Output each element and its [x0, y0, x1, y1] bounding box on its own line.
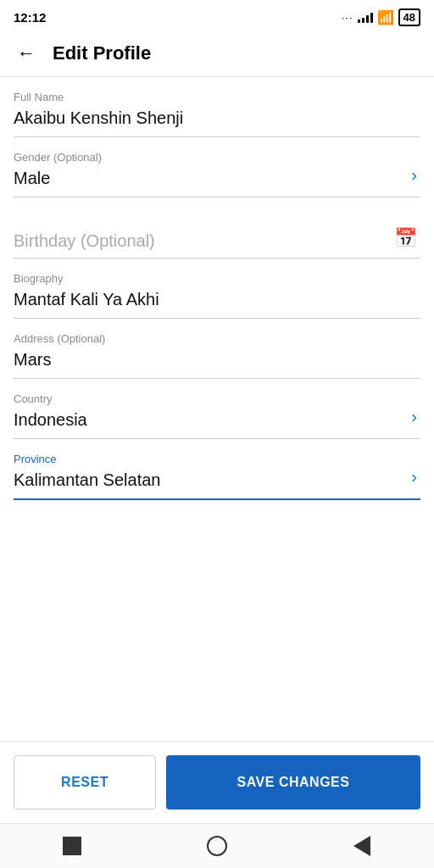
country-arrow-icon: › — [411, 407, 417, 426]
page-title: Edit Profile — [53, 42, 151, 64]
status-bar: 12:12 ··· 📶 48 — [0, 0, 434, 31]
birthday-field[interactable]: Birthday (Optional) 📅 — [14, 218, 420, 259]
spacer-2 — [14, 500, 420, 520]
calendar-icon[interactable]: 📅 — [394, 227, 417, 249]
app-bar: ← Edit Profile — [0, 31, 434, 77]
gender-value[interactable]: Male — [14, 167, 420, 190]
biography-field: Biography Mantaf Kali Ya Akhi — [14, 259, 420, 319]
province-field[interactable]: Province Kalimantan Selatan › — [14, 439, 420, 500]
country-field[interactable]: Country Indonesia › — [14, 379, 420, 439]
nav-recents-button[interactable] — [60, 834, 84, 858]
bottom-actions: RESET SAVE CHANGES — [0, 741, 434, 823]
home-icon — [207, 836, 227, 856]
back-button[interactable]: ← — [14, 39, 39, 68]
reset-button[interactable]: RESET — [14, 755, 156, 810]
nav-home-button[interactable] — [205, 834, 229, 858]
full-name-value[interactable]: Akaibu Kenshin Shenji — [14, 107, 420, 130]
biography-value[interactable]: Mantaf Kali Ya Akhi — [14, 288, 420, 311]
province-arrow-icon: › — [411, 467, 417, 487]
gender-arrow-icon: › — [411, 165, 417, 185]
province-value[interactable]: Kalimantan Selatan — [14, 469, 420, 492]
full-name-field: Full Name Akaibu Kenshin Shenji — [14, 77, 420, 137]
gender-label: Gender (Optional) — [14, 151, 420, 164]
wifi-icon: 📶 — [377, 9, 394, 25]
address-field: Address (Optional) Mars — [14, 319, 420, 379]
address-value[interactable]: Mars — [14, 348, 420, 371]
address-label: Address (Optional) — [14, 332, 420, 345]
spacer-1 — [14, 198, 420, 218]
back-icon — [353, 836, 370, 856]
dots-icon: ··· — [342, 11, 353, 24]
nav-back-button[interactable] — [350, 834, 374, 858]
province-label: Province — [14, 453, 420, 465]
birthday-placeholder[interactable]: Birthday (Optional) — [14, 231, 155, 250]
nav-bar — [0, 823, 434, 868]
form-content: Full Name Akaibu Kenshin Shenji Gender (… — [0, 77, 434, 741]
battery-icon: 48 — [398, 8, 420, 26]
save-button[interactable]: SAVE CHANGES — [166, 755, 420, 810]
status-icons: ··· 📶 48 — [342, 8, 420, 26]
biography-label: Biography — [14, 272, 420, 285]
country-value[interactable]: Indonesia — [14, 409, 420, 431]
gender-field[interactable]: Gender (Optional) Male › — [14, 137, 420, 198]
signal-icon — [358, 11, 373, 23]
status-time: 12:12 — [14, 10, 46, 25]
recents-icon — [63, 837, 81, 855]
country-label: Country — [14, 392, 420, 405]
full-name-label: Full Name — [14, 91, 420, 103]
